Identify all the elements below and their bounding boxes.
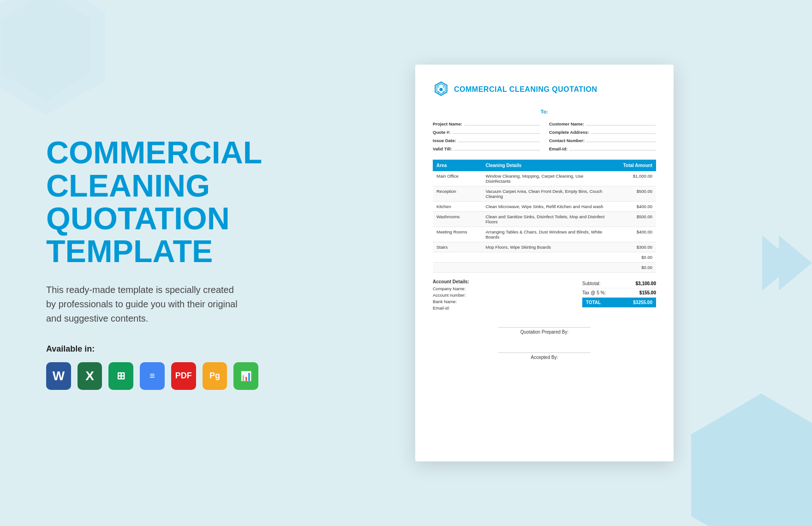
tax-label: Tax @ 5 %: [582, 290, 606, 295]
table-row: Washrooms Clean and Sanitize Sinks, Disi… [433, 212, 656, 227]
main-title: COMMERCIAL CLEANING QUOTATION TEMPLATE [46, 136, 258, 268]
app-icons-row: W X ⊞ ≡ PDF Pg 📊 [46, 362, 258, 390]
account-email: Email-id: [433, 305, 469, 311]
cell-area: Main Office [433, 171, 482, 186]
total-value: $3255.00 [633, 300, 652, 305]
cell-amount: $500.00 [611, 186, 656, 202]
cell-area [433, 263, 482, 273]
cell-area: Stairs [433, 242, 482, 252]
cleaning-table: Area Cleaning Details Total Amount Main … [433, 160, 656, 273]
document-title: COMMERCIAL CLEANING QUOTATION [454, 85, 597, 94]
total-label: TOTAL [586, 300, 601, 305]
account-company: Company Name: [433, 286, 469, 291]
field-valid-till: Valid Till: [433, 145, 540, 151]
to-section: To: [433, 107, 656, 115]
svg-point-8 [439, 88, 442, 91]
cell-area: Reception [433, 186, 482, 202]
field-email: Email-id: [549, 145, 656, 151]
cell-details: Mop Floors, Wipe Skirting Boards [482, 242, 611, 252]
field-quote-number: Quote #: [433, 128, 540, 135]
accepted-by-line [498, 345, 591, 353]
cell-details: Clean Microwave, Wipe Sinks, Refill Kitc… [482, 202, 611, 212]
field-contact-number: Contact Number: [549, 137, 656, 143]
cell-amount: $400.00 [611, 227, 656, 242]
cell-amount: $500.00 [611, 212, 656, 227]
logo-icon [433, 81, 449, 98]
cell-amount: $300.00 [611, 242, 656, 252]
table-row: Main Office Window Cleaning, Mopping, Ca… [433, 171, 656, 186]
summary-section: Account Details: Company Name: Account n… [433, 279, 656, 312]
cell-details: Clean and Sanitize Sinks, Disinfect Toil… [482, 212, 611, 227]
table-row: $0.00 [433, 263, 656, 273]
account-bank: Bank Name: [433, 299, 469, 304]
accepted-by-label: Accepted By: [433, 355, 656, 360]
prepared-by-label: Quotation Prepared By: [433, 329, 656, 335]
cell-area: Kitchen [433, 202, 482, 212]
docs-icon[interactable]: ≡ [140, 362, 165, 390]
subtotal-row: Subtotal: $3,100.00 [582, 279, 656, 288]
prepared-by-row: Quotation Prepared By: [433, 319, 656, 335]
cell-details: Window Cleaning, Mopping, Carpet Cleanin… [482, 171, 611, 186]
to-label: To: [541, 109, 548, 114]
cell-details: Vacuum Carpet Area, Clean Front Desk, Em… [482, 186, 611, 202]
accepted-by-row: Accepted By: [433, 345, 656, 360]
cell-amount: $0.00 [611, 252, 656, 263]
totals-box: Subtotal: $3,100.00 Tax @ 5 %: $155.00 T… [582, 279, 656, 308]
table-row: Kitchen Clean Microwave, Wipe Sinks, Ref… [433, 202, 656, 212]
subtotal-label: Subtotal: [582, 281, 600, 286]
sheets-icon[interactable]: ⊞ [108, 362, 133, 390]
cell-area [433, 252, 482, 263]
pages-icon[interactable]: Pg [203, 362, 227, 390]
svg-point-9 [438, 86, 440, 88]
fields-grid: Project Name: Customer Name: Quote #: Co… [433, 120, 656, 151]
prepared-by-line [498, 319, 591, 328]
tax-value: $155.00 [639, 290, 656, 295]
cell-amount: $400.00 [611, 202, 656, 212]
svg-marker-5 [779, 235, 812, 291]
cell-details: Arranging Tables & Chairs, Dust Windows … [482, 227, 611, 242]
svg-point-12 [443, 91, 445, 93]
available-label: Available in: [46, 344, 258, 354]
field-issue-date: Issue Date: [433, 137, 540, 143]
subtitle: This ready-made template is specially cr… [46, 283, 240, 326]
account-details: Account Details: Company Name: Account n… [433, 279, 469, 312]
table-row: Stairs Mop Floors, Wipe Skirting Boards … [433, 242, 656, 252]
document: COMMERCIAL CLEANING QUOTATION To: Projec… [415, 65, 674, 461]
field-complete-address: Complete Address: [549, 128, 656, 135]
excel-icon[interactable]: X [78, 362, 102, 390]
subtotal-value: $3,100.00 [636, 281, 657, 286]
account-title: Account Details: [433, 279, 469, 284]
total-row: TOTAL $3255.00 [582, 298, 656, 308]
table-header-area: Area [433, 160, 482, 171]
numbers-icon[interactable]: 📊 [233, 362, 258, 390]
table-row: Reception Vacuum Carpet Area, Clean Fron… [433, 186, 656, 202]
signature-section: Quotation Prepared By: Accepted By: [433, 319, 656, 360]
field-project-name: Project Name: [433, 120, 540, 126]
word-icon[interactable]: W [46, 362, 71, 390]
table-header-details: Cleaning Details [482, 160, 611, 171]
table-header-amount: Total Amount [611, 160, 656, 171]
cell-details [482, 252, 611, 263]
svg-point-10 [443, 86, 445, 88]
pdf-icon[interactable]: PDF [171, 362, 196, 390]
tax-row: Tax @ 5 %: $155.00 [582, 288, 656, 298]
cell-details [482, 263, 611, 273]
account-number: Account number: [433, 293, 469, 298]
cell-area: Washrooms [433, 212, 482, 227]
cell-area: Meeting Rooms [433, 227, 482, 242]
svg-point-11 [438, 91, 440, 93]
field-customer-name: Customer Name: [549, 120, 656, 126]
cell-amount: $1,000.00 [611, 171, 656, 186]
table-row: Meeting Rooms Arranging Tables & Chairs,… [433, 227, 656, 242]
table-row: $0.00 [433, 252, 656, 263]
doc-header: COMMERCIAL CLEANING QUOTATION [433, 81, 656, 98]
cell-amount: $0.00 [611, 263, 656, 273]
